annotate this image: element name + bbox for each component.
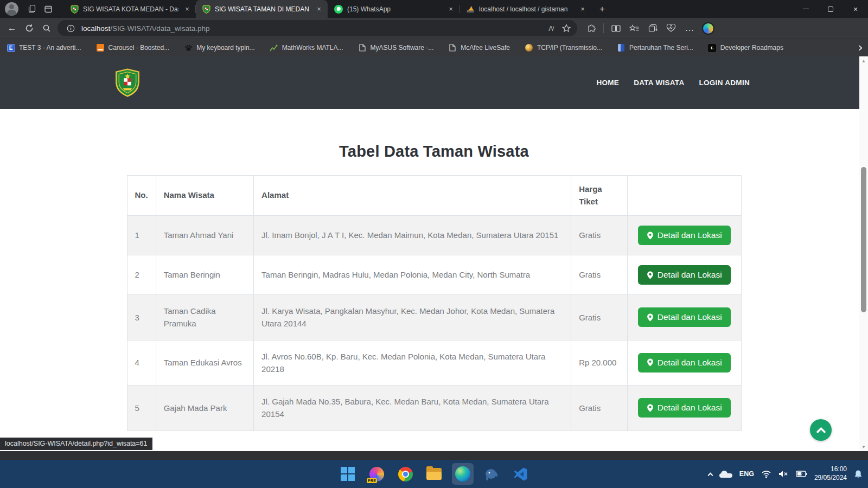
taskbar: PRE ENG 16:00 29/05/2024: [0, 460, 868, 488]
table-row: 2 Taman Beringin Taman Beringin, Madras …: [127, 255, 741, 295]
tab-sig-wisata-kota[interactable]: SIG WISATA KOTA MEDAN - Dash ×: [64, 0, 196, 18]
table-row: 1 Taman Ahmad Yani Jl. Imam Bonjol, J A …: [127, 216, 741, 255]
close-tab-icon[interactable]: ×: [183, 5, 192, 14]
table-row: 3 Taman Cadika Pramuka Jl. Karya Wisata,…: [127, 295, 741, 341]
site-info-icon[interactable]: [63, 21, 78, 35]
bookmark-item[interactable]: r. Developer Roadmaps: [708, 43, 783, 52]
toolbar-right-icons: …: [583, 20, 717, 36]
bookmark-item[interactable]: E TEST 3 - An adverti...: [7, 43, 81, 52]
bookmark-label: My keyboard typin...: [196, 44, 254, 52]
cell-no: 1: [127, 216, 156, 255]
onedrive-icon[interactable]: [719, 471, 732, 478]
detail-lokasi-button[interactable]: Detail dan Lokasi: [638, 265, 731, 285]
close-tab-icon[interactable]: ×: [315, 5, 323, 14]
battery-icon[interactable]: [796, 471, 807, 477]
nav-data-wisata[interactable]: DATA WISATA: [634, 79, 684, 87]
workspaces-icon[interactable]: [24, 2, 40, 17]
search-icon[interactable]: [38, 20, 55, 36]
url-path: /SIG-WISATA/data_wisata.php: [110, 24, 209, 33]
favorites-bar-icon[interactable]: [626, 20, 643, 36]
site-navbar: HOME DATA WISATA LOGIN ADMIN: [0, 56, 868, 109]
close-tab-icon[interactable]: ×: [446, 5, 455, 14]
tab-title: SIG WISATA TAMAN DI MEDAN: [215, 5, 310, 13]
close-tab-icon[interactable]: ×: [578, 5, 587, 14]
bookmark-item[interactable]: My keyboard typin...: [184, 43, 254, 52]
edge-icon: [455, 466, 470, 481]
medan-logo-icon[interactable]: [114, 68, 141, 97]
detail-lokasi-button[interactable]: Detail dan Lokasi: [638, 226, 731, 245]
refresh-icon[interactable]: [21, 20, 38, 36]
notification-bell-icon[interactable]: [854, 470, 863, 479]
back-icon[interactable]: ←: [3, 20, 21, 36]
clock[interactable]: 16:00 29/05/2024: [814, 465, 847, 482]
minimize-icon[interactable]: [793, 0, 818, 18]
scroll-up-icon[interactable]: ▲: [859, 56, 868, 65]
collections-icon[interactable]: [644, 20, 661, 36]
browser-essentials-icon[interactable]: [662, 20, 680, 36]
detail-lokasi-button[interactable]: Detail dan Lokasi: [638, 353, 731, 373]
bookmark-label: Carousel · Boosted...: [108, 44, 170, 52]
carousel-icon: [96, 43, 105, 52]
bookmark-item[interactable]: Pertaruhan The Seri...: [617, 43, 693, 52]
edge-button[interactable]: [452, 463, 474, 485]
page-scrollbar[interactable]: ▲ ▼: [859, 56, 868, 451]
volume-muted-icon[interactable]: [778, 470, 789, 478]
nav-home[interactable]: HOME: [596, 79, 619, 87]
file-explorer-button[interactable]: [423, 463, 445, 485]
window-controls: ×: [793, 0, 868, 18]
header-alamat: Alamat: [254, 176, 571, 216]
bookmark-label: McAfee LiveSafe: [461, 44, 510, 52]
detail-lokasi-button[interactable]: Detail dan Lokasi: [638, 398, 731, 418]
roadmaps-icon: r.: [708, 43, 717, 52]
url-host: localhost: [81, 24, 110, 33]
tab-whatsapp[interactable]: (15) WhatsApp ×: [328, 0, 459, 18]
start-button[interactable]: [337, 463, 359, 485]
language-indicator[interactable]: ENG: [739, 470, 754, 478]
whatsapp-icon: [334, 5, 343, 14]
detail-lokasi-button[interactable]: Detail dan Lokasi: [638, 307, 731, 327]
elephant-app-button[interactable]: [481, 463, 502, 485]
read-aloud-icon[interactable]: A⁾: [544, 21, 559, 35]
table-header-row: No. Nama Wisata Alamat Harga Tiket: [127, 176, 741, 216]
tab-sig-wisata-taman[interactable]: SIG WISATA TAMAN DI MEDAN ×: [196, 0, 328, 18]
bookmark-item[interactable]: MathWorks MATLA...: [270, 43, 343, 52]
scroll-down-icon[interactable]: ▼: [859, 442, 868, 451]
tray-chevron-up-icon[interactable]: [709, 471, 712, 477]
cell-no: 3: [127, 295, 156, 341]
bookmark-label: MathWorks MATLA...: [282, 44, 343, 52]
nav-login-admin[interactable]: LOGIN ADMIN: [699, 79, 750, 87]
cell-harga: Gratis: [571, 216, 628, 255]
copilot-taskbar-button[interactable]: PRE: [366, 463, 387, 485]
more-options-icon[interactable]: …: [681, 20, 698, 36]
bookmark-label: TEST 3 - An adverti...: [19, 44, 81, 52]
extensions-icon[interactable]: [583, 20, 600, 36]
scroll-to-top-button[interactable]: [810, 419, 832, 441]
copilot-icon[interactable]: [699, 20, 717, 36]
table-row: 5 Gajah Mada Park Jl. Gajah Mada No.35, …: [127, 386, 741, 431]
pertaruhan-icon: [617, 43, 626, 52]
new-tab-icon[interactable]: +: [595, 2, 610, 17]
test3-icon: E: [7, 43, 15, 52]
close-window-icon[interactable]: ×: [843, 0, 868, 18]
bookmark-item[interactable]: McAfee LiveSafe: [448, 43, 510, 52]
cell-alamat: Jl. Imam Bonjol, J A T I, Kec. Medan Mai…: [254, 216, 571, 255]
split-screen-icon[interactable]: [607, 20, 624, 36]
maximize-icon[interactable]: [818, 0, 843, 18]
chrome-button[interactable]: [394, 463, 416, 485]
vscode-button[interactable]: [509, 463, 531, 485]
tab-phpmyadmin[interactable]: localhost / localhost / gistaman ×: [459, 0, 591, 18]
address-bar[interactable]: localhost/SIG-WISATA/data_wisata.php A⁾: [58, 20, 577, 36]
bookmark-item[interactable]: TCP/IP (Transmissio...: [525, 43, 602, 52]
chrome-icon: [398, 467, 413, 481]
bookmarks-overflow-chevron-icon[interactable]: [858, 46, 861, 50]
bookmark-item[interactable]: MyASUS Software -...: [358, 43, 434, 52]
scrollbar-thumb[interactable]: [861, 167, 866, 312]
tab-list: SIG WISATA KOTA MEDAN - Dash × SIG WISAT…: [64, 0, 591, 18]
wifi-icon[interactable]: [761, 470, 771, 478]
header-nama-wisata: Nama Wisata: [156, 176, 253, 216]
profile-avatar[interactable]: [5, 2, 18, 16]
chevron-up-icon: [816, 427, 826, 436]
tab-actions-icon[interactable]: [40, 2, 56, 17]
bookmark-item[interactable]: Carousel · Boosted...: [96, 43, 170, 52]
favorite-star-icon[interactable]: [559, 21, 574, 35]
